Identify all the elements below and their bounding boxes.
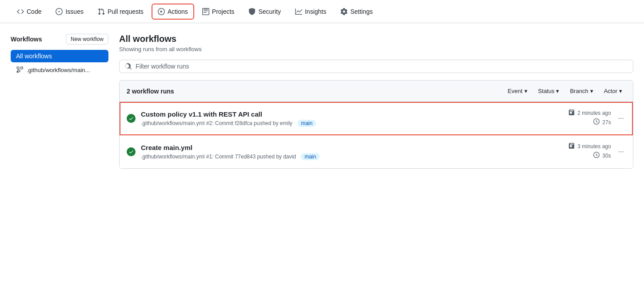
run-duration-row-2: 30s (553, 152, 611, 159)
actor-filter-label: Actor (604, 88, 617, 94)
status-filter-label: Status (538, 88, 555, 94)
search-input[interactable] (136, 63, 628, 70)
sidebar: Workflows New workflow All workflows .gi… (11, 34, 108, 293)
run-meta-text-2: .github/workflows/main.yml #1: Commit 77… (141, 154, 296, 160)
run-info-2: Create main.yml .github/workflows/main.y… (141, 144, 553, 160)
nav-issues[interactable]: Issues (49, 4, 89, 20)
projects-icon (202, 8, 209, 15)
run-meta-text-1: .github/workflows/main.yml #2: Commit f2… (141, 120, 292, 126)
search-icon (125, 63, 132, 70)
run-time-ago-1: 2 minutes ago (577, 110, 611, 116)
page-title: All workflows (119, 34, 633, 44)
calendar-icon-1 (568, 109, 575, 117)
run-row-1[interactable]: Custom policy v1.1 with REST API call .g… (120, 102, 633, 135)
branch-badge-1: main (297, 120, 316, 127)
nav-settings-label: Settings (350, 8, 373, 15)
nav-issues-label: Issues (65, 8, 83, 15)
run-meta-1: .github/workflows/main.yml #2: Commit f2… (141, 120, 553, 127)
run-timing-1: 2 minutes ago 27s (553, 109, 611, 128)
event-filter-label: Event (508, 88, 522, 94)
run-row-2[interactable]: Create main.yml .github/workflows/main.y… (120, 135, 633, 168)
nav-code-label: Code (27, 8, 41, 15)
nav-actions-label: Actions (168, 8, 188, 15)
nav-projects[interactable]: Projects (196, 4, 241, 20)
run-timing-2: 3 minutes ago 30s (553, 142, 611, 161)
run-name-2: Create main.yml (141, 144, 553, 151)
actor-chevron-icon: ▾ (619, 88, 622, 94)
nav-pull-requests-label: Pull requests (108, 8, 144, 15)
branch-filter-button[interactable]: Branch ▾ (566, 86, 596, 96)
issues-icon (56, 8, 63, 15)
run-name-1: Custom policy v1.1 with REST API call (141, 110, 553, 118)
run-time-ago-row-1: 2 minutes ago (553, 109, 611, 117)
status-filter-button[interactable]: Status ▾ (535, 86, 563, 96)
run-info-1: Custom policy v1.1 with REST API call .g… (141, 110, 553, 127)
branch-badge-2: main (301, 153, 320, 160)
branch-filter-label: Branch (570, 88, 588, 94)
sidebar-header: Workflows New workflow (11, 34, 108, 45)
actor-filter-button[interactable]: Actor ▾ (600, 86, 626, 96)
code-icon (17, 8, 24, 15)
sidebar-item-all-workflows[interactable]: All workflows (11, 50, 108, 62)
event-filter-button[interactable]: Event ▾ (504, 86, 531, 96)
workflow-runs-table: 2 workflow runs Event ▾ Status ▾ Branch … (119, 80, 633, 169)
nav-insights[interactable]: Insights (289, 4, 332, 20)
run-more-button-1[interactable]: ··· (616, 113, 626, 124)
run-status-icon-1 (127, 114, 136, 123)
nav-security-label: Security (258, 8, 281, 15)
run-time-ago-row-2: 3 minutes ago (553, 142, 611, 150)
nav-security[interactable]: Security (242, 4, 287, 20)
run-duration-2: 30s (602, 153, 611, 159)
event-chevron-icon: ▾ (524, 88, 528, 94)
success-check-circle-2 (127, 147, 136, 156)
run-duration-row-1: 27s (553, 118, 611, 126)
run-more-button-2[interactable]: ··· (616, 146, 626, 158)
security-icon (248, 8, 256, 15)
clock-icon-2 (593, 152, 600, 159)
calendar-icon-2 (568, 142, 575, 150)
nav-settings[interactable]: Settings (334, 4, 379, 20)
top-nav: Code Issues Pull requests Actions Projec… (0, 0, 644, 23)
run-meta-2: .github/workflows/main.yml #1: Commit 77… (141, 153, 553, 160)
actions-icon (158, 8, 165, 15)
search-bar (119, 60, 633, 73)
pull-request-icon (98, 8, 105, 15)
sidebar-title: Workflows (11, 36, 42, 43)
clock-icon-1 (593, 118, 600, 126)
main-container: Workflows New workflow All workflows .gi… (0, 23, 644, 304)
main-content: All workflows Showing runs from all work… (119, 34, 633, 293)
run-status-icon-2 (127, 147, 136, 156)
workflow-file-icon (16, 66, 23, 74)
branch-chevron-icon: ▾ (590, 88, 593, 94)
sidebar-workflow-item-label: .github/workflows/main... (27, 67, 90, 73)
insights-icon (295, 8, 302, 15)
runs-count: 2 workflow runs (127, 88, 174, 95)
new-workflow-button[interactable]: New workflow (66, 34, 108, 45)
page-subtitle: Showing runs from all workflows (119, 46, 633, 53)
success-check-circle-1 (127, 114, 136, 123)
runs-filters: Event ▾ Status ▾ Branch ▾ Actor ▾ (504, 86, 626, 96)
run-time-ago-2: 3 minutes ago (577, 143, 611, 150)
nav-actions[interactable]: Actions (152, 4, 194, 20)
nav-code[interactable]: Code (11, 4, 48, 20)
sidebar-item-main-workflow[interactable]: .github/workflows/main... (11, 63, 108, 77)
nav-projects-label: Projects (212, 8, 235, 15)
nav-insights-label: Insights (305, 8, 326, 15)
nav-pull-requests[interactable]: Pull requests (92, 4, 150, 20)
settings-icon (340, 8, 348, 15)
status-chevron-icon: ▾ (556, 88, 559, 94)
runs-table-header: 2 workflow runs Event ▾ Status ▾ Branch … (120, 81, 633, 102)
run-duration-1: 27s (602, 119, 611, 126)
